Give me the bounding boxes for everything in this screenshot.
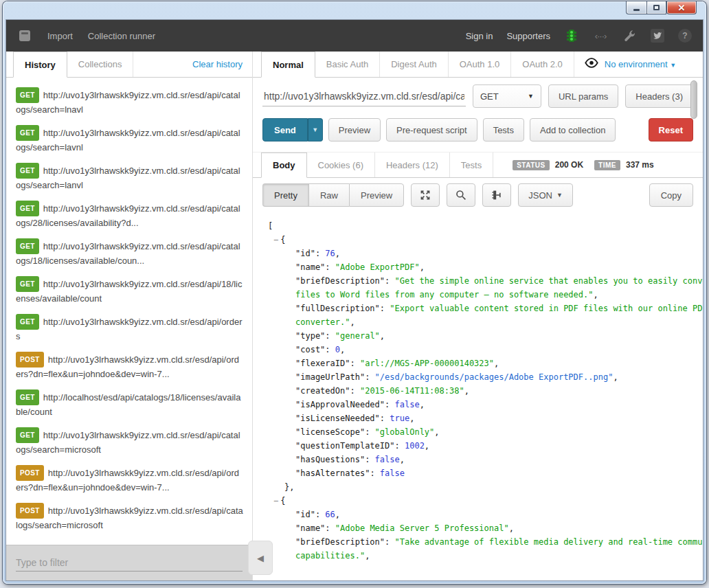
sidebar-collapse-handle[interactable]: ◀ — [248, 541, 273, 575]
drawer-icon[interactable] — [17, 28, 32, 43]
tab-tests[interactable]: Tests — [450, 152, 493, 177]
traffic-light-icon[interactable] — [564, 28, 579, 43]
json-line: "id": 66, — [268, 508, 689, 521]
view-mode-preview[interactable]: Preview — [349, 183, 404, 207]
eye-icon[interactable] — [584, 58, 599, 71]
top-navbar: Import Collection runner Sign in Support… — [6, 20, 703, 52]
send-options-button[interactable]: ▼ — [308, 118, 323, 142]
scrollbar-thumb[interactable] — [690, 80, 697, 119]
tab-cookies-6-[interactable]: Cookies (6) — [307, 152, 375, 177]
url-input[interactable] — [262, 87, 466, 106]
code-icon[interactable]: ‹···› — [593, 28, 608, 43]
tab-history[interactable]: History — [13, 52, 67, 78]
history-item[interactable]: GEThttp://uvo1y3lrhawskk9yizz.vm.cld.sr/… — [16, 83, 244, 121]
request-panel: NormalBasic AuthDigest AuthOAuth 1.0OAut… — [252, 52, 703, 580]
method-value: GET — [480, 91, 499, 102]
view-mode-pretty[interactable]: Pretty — [262, 183, 308, 207]
history-item[interactable]: GEThttp://localhost/esd/api/catalogs/18/… — [16, 385, 244, 423]
send-button[interactable]: Send — [262, 118, 308, 142]
json-line: "cost": 0, — [268, 343, 689, 357]
clear-history-link[interactable]: Clear history — [192, 59, 252, 69]
history-url: http://uvo1y3lrhawskk9yizz.vm.cld.sr/esd… — [16, 317, 243, 341]
minimize-button[interactable] — [626, 1, 646, 14]
json-line: "type": "general", — [268, 329, 689, 343]
supporters-link[interactable]: Supporters — [506, 31, 550, 41]
expand-icon — [420, 190, 431, 201]
history-item[interactable]: GEThttp://uvo1y3lrhawskk9yizz.vm.cld.sr/… — [16, 121, 244, 159]
method-select[interactable]: GET ▼ — [473, 84, 541, 108]
response-meta: STATUS 200 OK TIME 337 ms — [513, 152, 659, 177]
twitter-icon[interactable] — [651, 29, 664, 43]
history-url: http://uvo1y3lrhawskk9yizz.vm.cld.sr/esd… — [16, 468, 239, 493]
url-params-button[interactable]: URL params — [548, 84, 618, 108]
json-line: "isApprovalNeeded": false, — [268, 398, 689, 411]
screen: ✕ Import Collection runner Sign in Suppo… — [0, 0, 709, 588]
fold-toggle-icon[interactable]: − — [273, 235, 278, 245]
history-item[interactable]: POSThttp://uvo1y3lrhawskk9yizz.vm.cld.sr… — [16, 348, 244, 385]
reset-button[interactable]: Reset — [649, 118, 693, 142]
json-line: "id": 76, — [268, 247, 689, 260]
search-button[interactable] — [447, 183, 475, 207]
add-to-collection-button[interactable]: Add to collection — [530, 118, 616, 142]
history-item[interactable]: GEThttp://uvo1y3lrhawskk9yizz.vm.cld.sr/… — [16, 423, 244, 461]
json-line: "briefDescription": "Get the simple onli… — [268, 274, 689, 288]
history-item[interactable]: GEThttp://uvo1y3lrhawskk9yizz.vm.cld.sr/… — [16, 310, 244, 348]
import-button[interactable]: Import — [47, 31, 73, 41]
navbar-right: Sign in Supporters ‹···› — [466, 28, 692, 43]
json-line: "name": "Adobe ExportPDF", — [268, 260, 689, 274]
history-item[interactable]: GEThttp://uvo1y3lrhawskk9yizz.vm.cld.sr/… — [16, 159, 244, 196]
preview-button[interactable]: Preview — [328, 118, 381, 142]
headers-button[interactable]: Headers (3) — [625, 84, 693, 108]
fold-icon — [491, 190, 502, 201]
sign-in-link[interactable]: Sign in — [466, 31, 493, 41]
tab-collections[interactable]: Collections — [67, 52, 134, 77]
tab-basic-auth[interactable]: Basic Auth — [315, 52, 380, 77]
tab-oauth-2-0[interactable]: OAuth 2.0 — [511, 52, 574, 77]
tab-body[interactable]: Body — [261, 152, 307, 178]
fold-toggle-icon[interactable]: − — [273, 496, 278, 506]
history-item[interactable]: GEThttp://uvo1y3lrhawskk9yizz.vm.cld.sr/… — [16, 196, 244, 234]
json-line: "hasAlternates": false — [268, 466, 689, 480]
tests-button[interactable]: Tests — [483, 118, 524, 142]
tab-digest-auth[interactable]: Digest Auth — [380, 52, 449, 77]
json-line: "flexeraID": "arl://MGS-APP-00000140323"… — [268, 357, 689, 370]
expand-button[interactable] — [411, 183, 440, 207]
method-badge: GET — [16, 427, 39, 443]
tab-normal[interactable]: Normal — [261, 52, 315, 78]
tab-oauth-1-0[interactable]: OAuth 1.0 — [449, 52, 512, 77]
view-mode-raw[interactable]: Raw — [308, 183, 349, 207]
close-button[interactable]: ✕ — [666, 1, 697, 14]
json-line: "imageUrlPath": "/esd/backgrounds/packag… — [268, 370, 689, 384]
history-item[interactable]: GEThttp://uvo1y3lrhawskk9yizz.vm.cld.sr/… — [16, 234, 244, 272]
filter-input[interactable] — [16, 554, 243, 572]
response-tabs: BodyCookies (6)Headers (12)Tests STATUS … — [253, 152, 703, 178]
format-select[interactable]: JSON ▼ — [518, 183, 573, 207]
history-url: http://localhost/esd/api/catalogs/18/lic… — [16, 392, 240, 417]
collection-runner-button[interactable]: Collection runner — [88, 31, 155, 41]
method-badge: POST — [16, 352, 44, 368]
method-badge: GET — [16, 201, 39, 216]
prerequest-script-button[interactable]: Pre-request script — [386, 118, 477, 142]
time-badge: TIME — [594, 160, 620, 170]
method-badge: POST — [16, 503, 44, 519]
json-line: "name": "Adobe Media Server 5 Profession… — [268, 521, 689, 535]
history-url: http://uvo1y3lrhawskk9yizz.vm.cld.sr/esd… — [16, 430, 240, 455]
status-value: 200 OK — [555, 160, 583, 170]
history-url: http://uvo1y3lrhawskk9yizz.vm.cld.sr/esd… — [16, 279, 243, 304]
environment-selector[interactable]: No environment ▼ — [605, 59, 676, 69]
json-line: −{ — [268, 233, 689, 247]
wrench-icon[interactable] — [622, 28, 637, 43]
help-icon[interactable]: ? — [678, 29, 692, 43]
history-item[interactable]: POSThttp://uvo1y3lrhawskk9yizz.vm.cld.sr… — [16, 461, 244, 499]
collapse-gutter-button[interactable] — [482, 183, 511, 207]
window-titlebar[interactable]: ✕ — [3, 1, 706, 19]
sidebar: HistoryCollections Clear history GEThttp… — [6, 52, 252, 580]
history-item[interactable]: POSThttp://uvo1y3lrhawskk9yizz.vm.cld.sr… — [16, 499, 244, 536]
copy-button[interactable]: Copy — [649, 183, 693, 207]
chevron-down-icon: ▼ — [556, 192, 563, 199]
maximize-button[interactable] — [646, 1, 666, 14]
tab-headers-12-[interactable]: Headers (12) — [375, 152, 450, 177]
history-item[interactable]: GEThttp://uvo1y3lrhawskk9yizz.vm.cld.sr/… — [16, 272, 244, 310]
filter-bar — [6, 545, 252, 580]
json-line: "licenseScope": "globalOnly", — [268, 425, 689, 439]
